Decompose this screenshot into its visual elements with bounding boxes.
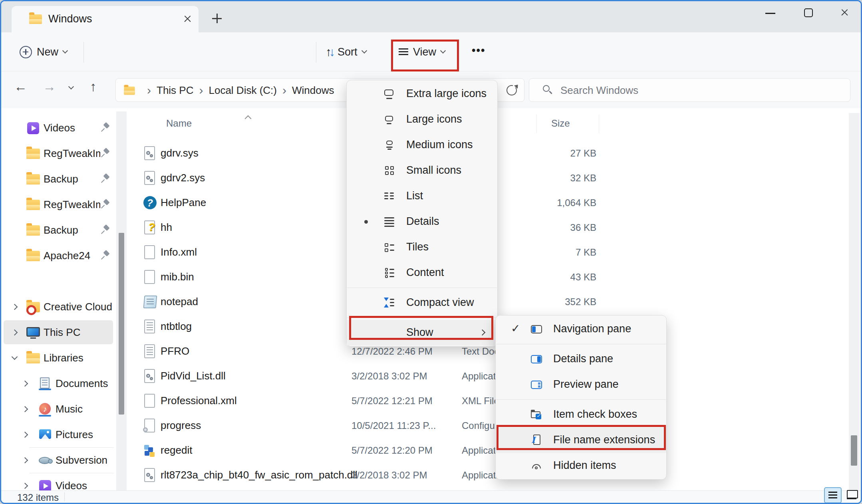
column-header-name[interactable]: Name (166, 118, 192, 129)
file-name: Professional.xml (161, 395, 237, 407)
minimize-button[interactable] (765, 13, 775, 14)
menu-item-compact-view[interactable]: Compact view (347, 290, 497, 315)
menu-item-details-pane[interactable]: Details pane (496, 346, 666, 372)
new-button[interactable]: New (16, 40, 71, 63)
file-size: 1,064 KB (508, 197, 596, 208)
file-type-icon (143, 368, 157, 385)
close-button[interactable] (840, 8, 850, 18)
new-tab-button[interactable] (212, 14, 222, 24)
file-name: regedit (161, 444, 193, 456)
maximize-button[interactable] (804, 8, 813, 17)
expand-chevron-icon[interactable] (22, 483, 28, 489)
sidebar-item-subversion[interactable]: Subversion (1, 447, 116, 473)
view-button[interactable]: View (399, 40, 445, 63)
expand-chevron-icon[interactable] (12, 354, 18, 360)
view-button-label: View (413, 46, 436, 58)
expand-chevron-icon[interactable] (22, 457, 28, 464)
sidebar-item-documents[interactable]: Documents (1, 371, 116, 396)
forward-button[interactable]: → (43, 79, 56, 94)
tab-windows[interactable]: Windows (12, 6, 199, 32)
file-type-icon: ? (143, 194, 157, 211)
table-row[interactable]: rlt8723a_chip_bt40_fw_asic_rom_patch.dll… (133, 463, 812, 488)
sidebar-item-videos[interactable]: Videos (1, 473, 116, 490)
scrollbar-thumb[interactable] (119, 233, 124, 415)
sidebar-item-regtweakima[interactable]: RegTweakIma (1, 192, 116, 217)
column-divider[interactable] (536, 115, 537, 133)
menu-item-file-name-extensions[interactable]: File name extensions (496, 427, 666, 453)
menu-item-item-check-boxes[interactable]: Item check boxes (496, 402, 666, 427)
scrollbar-thumb[interactable] (851, 435, 857, 466)
expand-chevron-icon[interactable] (12, 304, 18, 310)
more-options-button[interactable]: ••• (472, 44, 485, 57)
sidebar-item-libraries[interactable]: Libraries (1, 345, 116, 371)
menu-item-details[interactable]: Details (347, 209, 497, 234)
menu-item-navigation-pane[interactable]: ✓Navigation pane (496, 316, 666, 342)
tab-close-icon[interactable] (183, 14, 193, 24)
menu-item-hidden-items[interactable]: Hidden items (496, 453, 666, 478)
expand-chevron-icon[interactable] (22, 406, 28, 413)
search-input[interactable] (560, 83, 815, 98)
medium-icons-icon (383, 139, 396, 151)
table-row[interactable]: Professional.xml5/7/2022 12:21 PMXML Fil… (133, 389, 812, 413)
sidebar-item-label: RegTweakIma (44, 147, 100, 160)
sidebar-item-apache24[interactable]: Apache24 (1, 243, 116, 268)
menu-separator (347, 317, 497, 318)
expand-chevron-icon[interactable] (12, 329, 18, 336)
menu-item-large-icons[interactable]: Large icons (347, 107, 497, 132)
refresh-icon[interactable] (506, 85, 517, 95)
pin-icon (100, 122, 111, 133)
table-row[interactable]: progress10/5/2021 11:23 P...Configurati (133, 413, 812, 438)
menu-item-small-icons[interactable]: Small icons (347, 158, 497, 183)
file-name: gdrv.sys (161, 147, 199, 159)
plus-icon (20, 46, 32, 58)
history-chevron-icon[interactable] (68, 84, 74, 89)
sidebar-scrollbar[interactable] (116, 111, 127, 490)
menu-separator (496, 399, 666, 400)
file-name-extensions-icon (530, 434, 543, 446)
menu-item-medium-icons[interactable]: Medium icons (347, 132, 497, 158)
pin-icon (100, 224, 111, 235)
search-box[interactable] (529, 78, 850, 102)
back-button[interactable]: ← (14, 79, 27, 94)
file-name: rlt8723a_chip_bt40_fw_asic_rom_patch.dll (161, 469, 358, 481)
file-date-modified: 12/7/2022 2:46 PM (352, 346, 459, 357)
tab-title: Windows (48, 13, 92, 25)
breadcrumb-this-pc[interactable]: This PC (157, 84, 193, 97)
sidebar-item-label: Backup (44, 224, 100, 236)
breadcrumb-windows[interactable]: Windows (292, 84, 334, 97)
menu-item-preview-pane[interactable]: Preview pane (496, 372, 666, 397)
column-divider[interactable] (599, 115, 599, 133)
creative-cloud-f-icon (26, 300, 41, 314)
menu-item-tiles[interactable]: Tiles (347, 234, 497, 260)
up-button[interactable]: ↑ (90, 79, 97, 94)
expand-chevron-icon[interactable] (22, 381, 28, 387)
table-row[interactable]: regedit5/7/2022 12:20 PMApplication (133, 438, 812, 463)
sidebar-item-backup[interactable]: Backup (1, 217, 116, 243)
menu-item-show[interactable]: Show (347, 320, 497, 345)
details-view-toggle[interactable] (824, 487, 842, 503)
menu-item-extra-large-icons[interactable]: Extra large icons (347, 81, 497, 107)
menu-item-list[interactable]: List (347, 183, 497, 209)
sidebar-item-regtweakima[interactable]: RegTweakIma (1, 141, 116, 166)
sidebar-item-creative-cloud-f[interactable]: Creative Cloud F (1, 294, 116, 319)
expand-chevron-icon[interactable] (22, 432, 28, 438)
breadcrumb-local-disk[interactable]: Local Disk (C:) (209, 84, 276, 97)
thumbnails-view-toggle[interactable] (844, 487, 862, 503)
file-name: notepad (161, 296, 198, 308)
column-header-size[interactable]: Size (551, 118, 570, 129)
details-pane-icon (530, 353, 543, 365)
menu-separator (496, 344, 666, 344)
table-row[interactable]: PidVid_List.dll3/2/2018 3:02 PMApplicati… (133, 364, 812, 389)
selected-bullet-icon (364, 220, 368, 224)
sidebar-item-videos[interactable]: Videos (1, 115, 116, 141)
sidebar-item-music[interactable]: Music (1, 396, 116, 422)
sidebar-item-backup[interactable]: Backup (1, 166, 116, 192)
pictures-icon (38, 428, 53, 442)
sidebar-item-pictures[interactable]: Pictures (1, 422, 116, 447)
file-list-scrollbar[interactable] (849, 113, 860, 490)
menu-item-content[interactable]: Content (347, 260, 497, 286)
sidebar-item-this-pc[interactable]: This PC (1, 319, 116, 345)
sort-button[interactable]: ↑↓ Sort (326, 40, 366, 63)
separator (64, 492, 65, 501)
status-bar: 132 items (1, 490, 861, 503)
